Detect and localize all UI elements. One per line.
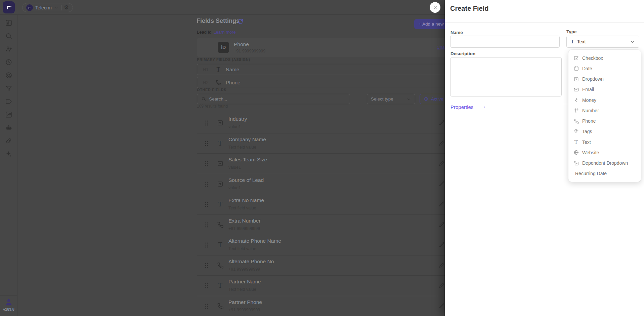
drag-handle-icon[interactable] [203, 160, 210, 167]
table-row[interactable]: Partner Phone+91 9999999999 [197, 296, 474, 316]
menu-item-phone[interactable]: Phone [568, 116, 641, 126]
field-subtitle: value1 [228, 124, 241, 129]
pencil-icon[interactable] [439, 140, 445, 146]
type-select[interactable]: T Text [566, 36, 639, 48]
primary-fields-section-label: PRIMARY FIELDS (ASSIGN) [197, 57, 250, 62]
properties-label: Properties [450, 104, 473, 110]
menu-item-website[interactable]: Website [568, 147, 641, 158]
type-label: Type [566, 29, 577, 34]
drag-handle-icon[interactable] [203, 221, 210, 229]
learn-more-link[interactable]: Learn more [213, 30, 235, 35]
drag-handle-icon[interactable] [203, 241, 210, 249]
close-x-icon [433, 5, 438, 10]
field-title: Partner Name [228, 279, 261, 285]
primary-field-row[interactable]: H2:Phone [197, 77, 474, 88]
field-subtitle: value1 [228, 165, 241, 170]
dropdown-icon [573, 76, 579, 82]
table-row[interactable]: Industryvalue1 [197, 113, 474, 133]
pencil-icon[interactable] [439, 160, 445, 166]
sidebar-item-reports[interactable] [5, 111, 12, 118]
menu-item-money[interactable]: Money [568, 95, 641, 105]
primary-field-row[interactable]: H1:TName [197, 64, 474, 75]
field-subtitle: +91 9999999999 [228, 226, 260, 231]
drag-handle-icon[interactable] [203, 282, 210, 289]
menu-item-tags[interactable]: Tags [568, 126, 641, 137]
sidebar-item-search[interactable] [5, 32, 12, 40]
page-title: Fields Settings [197, 17, 240, 25]
menu-item-dropdown[interactable]: Dropdown [568, 74, 641, 84]
user-avatar[interactable] [4, 298, 13, 307]
pencil-icon[interactable] [439, 303, 445, 309]
table-row[interactable]: TCompany NameText field value [197, 133, 474, 154]
type-filter-select[interactable]: Select type [367, 94, 415, 104]
field-title: Extra No Name [228, 197, 264, 203]
pencil-icon[interactable] [439, 120, 445, 126]
lead-id-badge-icon: iD [218, 42, 229, 53]
table-row[interactable]: Alternate Phone No+91 9999999999 [197, 255, 474, 276]
menu-item-recurring-date[interactable]: Recurring Date [568, 168, 641, 179]
menu-item-email[interactable]: Email [568, 84, 641, 95]
drag-handle-icon[interactable] [203, 119, 210, 127]
text-type-icon: T [218, 201, 222, 208]
menu-item-checkbox[interactable]: Checkbox [568, 53, 641, 63]
drag-handle-icon[interactable] [203, 201, 210, 208]
field-subtitle: Text field value [228, 287, 256, 292]
properties-link[interactable]: Properties [450, 104, 486, 110]
sidebar-item-history[interactable] [5, 58, 12, 66]
sidebar-item-analytics[interactable] [5, 19, 12, 27]
phone-icon [217, 262, 224, 269]
search-input[interactable] [209, 96, 346, 102]
pencil-icon[interactable] [439, 262, 445, 268]
sidebar-item-automation[interactable] [5, 124, 12, 131]
phone-icon [217, 221, 224, 228]
close-icon[interactable] [430, 2, 440, 13]
pencil-icon[interactable] [439, 282, 445, 288]
type-select-value: Text [577, 39, 627, 44]
menu-item-number[interactable]: Number [568, 105, 641, 116]
menu-item-label: Checkbox [582, 55, 603, 61]
tags-icon [573, 129, 579, 134]
field-subtitle: +91 9999999999 [228, 267, 260, 272]
field-subtitle: Text field value [228, 145, 256, 150]
sidebar-item-ai-assist[interactable] [5, 150, 12, 158]
description-label: Description [450, 51, 475, 56]
search-icon [201, 96, 206, 102]
pencil-icon[interactable] [439, 181, 445, 187]
sidebar-item-add-contact[interactable] [5, 45, 12, 53]
slot-label: H1: [203, 67, 215, 72]
table-row[interactable]: TAlternate Phone NameText field value [197, 235, 474, 255]
description-input[interactable] [450, 57, 562, 96]
drag-handle-icon[interactable] [203, 262, 210, 269]
table-row[interactable]: Source of Leadvalue1 [197, 174, 474, 195]
sidebar-item-integrations[interactable] [5, 137, 12, 145]
table-row[interactable]: TExtra No NameText field value [197, 194, 474, 215]
pencil-icon[interactable] [439, 242, 445, 248]
table-row[interactable]: TPartner NameText field value [197, 276, 474, 296]
app-logo[interactable] [3, 1, 15, 13]
menu-item-dependent-dropdown[interactable]: Dependent Dropdown [568, 158, 641, 168]
name-label: Name [450, 30, 463, 35]
sidebar-item-labels[interactable] [5, 98, 12, 105]
workspace-switcher[interactable]: Telecrm ⚙ [22, 3, 73, 12]
sidebar-item-mentions[interactable] [5, 72, 12, 79]
table-row[interactable]: Extra Number+91 9999999999 [197, 215, 474, 235]
type-dropdown-menu: CheckboxDateDropdownEmailMoneyNumberPhon… [568, 50, 641, 182]
name-input[interactable] [450, 36, 560, 48]
sidebar-item-filters[interactable] [5, 85, 12, 92]
table-row[interactable]: Sales Team Sizevalue1 [197, 154, 474, 174]
menu-item-text[interactable]: TText [568, 137, 641, 147]
pencil-icon[interactable] [439, 201, 445, 207]
checkbox-icon [573, 55, 579, 61]
menu-item-date[interactable]: Date [568, 63, 641, 74]
chevron-down-icon [54, 5, 59, 10]
chevron-down-icon [406, 97, 411, 102]
gear-icon[interactable]: ⚙ [64, 5, 69, 10]
drag-handle-icon[interactable] [203, 140, 210, 147]
refresh-icon[interactable] [237, 18, 243, 25]
pencil-icon[interactable] [439, 222, 445, 228]
drag-handle-icon[interactable] [203, 303, 210, 310]
search-field[interactable] [197, 94, 350, 104]
telecrm-logo-icon [5, 4, 12, 11]
drag-handle-icon[interactable] [203, 181, 210, 188]
menu-item-label: Phone [582, 118, 596, 124]
